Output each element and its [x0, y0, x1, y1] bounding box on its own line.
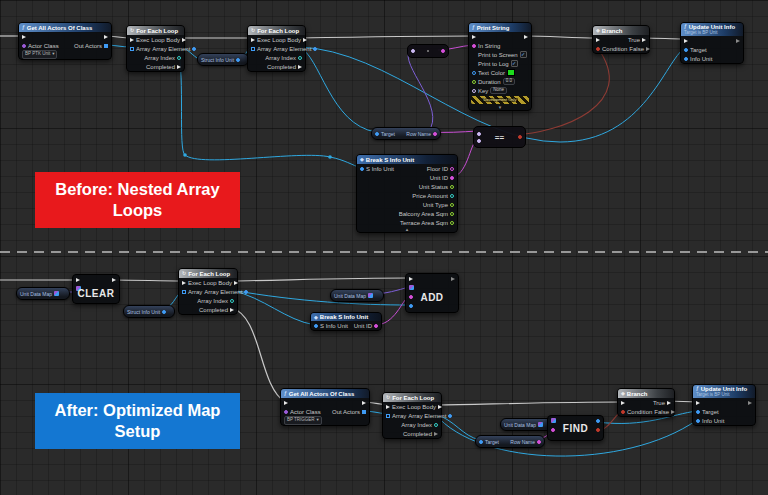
exec-in-pin[interactable] — [696, 401, 700, 405]
struct-out-pin[interactable] — [236, 58, 240, 62]
node-branch-2[interactable]: ◆Branch True ConditionFalse — [617, 388, 675, 417]
exec-in-pin[interactable] — [409, 277, 413, 281]
node-for-each-loop-1[interactable]: ↻For Each Loop ExecLoop Body ArrayArray … — [126, 25, 185, 72]
exec-out-pin[interactable] — [112, 278, 116, 282]
out-actors-pin[interactable] — [104, 44, 108, 48]
unit-status-pin[interactable] — [450, 185, 454, 189]
array-index-pin[interactable] — [434, 423, 438, 427]
node-branch-1[interactable]: ◆Branch True ConditionFalse — [592, 25, 650, 54]
capsule-unit-data-map-2[interactable]: Unit Data Map — [330, 289, 384, 302]
equals-result-pin[interactable] — [518, 135, 522, 139]
target-pin[interactable] — [696, 410, 700, 414]
false-pin[interactable] — [646, 47, 650, 51]
info-unit-pin[interactable] — [696, 419, 700, 423]
node-print-string[interactable]: ƒPrint String In String Print to Screen✓… — [468, 22, 532, 111]
row-name-pin[interactable] — [537, 440, 541, 444]
node-map-clear[interactable]: CLEAR — [72, 274, 120, 304]
node-for-each-loop-2[interactable]: ↻For Each Loop ExecLoop Body ArrayArray … — [247, 25, 306, 72]
array-pin[interactable] — [130, 47, 134, 51]
completed-pin[interactable] — [434, 432, 438, 436]
duration-field[interactable]: 0.0 — [503, 78, 515, 85]
array-element-pin[interactable] — [192, 47, 196, 51]
exec-out-pin[interactable] — [736, 39, 740, 43]
actor-class-pin[interactable] — [22, 44, 26, 48]
node-for-each-loop-3[interactable]: ↻For Each Loop ExecLoop Body ArrayArray … — [178, 268, 238, 315]
array-element-pin[interactable] — [313, 47, 317, 51]
completed-pin[interactable] — [298, 65, 302, 69]
true-pin[interactable] — [667, 401, 671, 405]
conv-out-pin[interactable] — [441, 49, 445, 53]
found-pin[interactable] — [596, 428, 600, 432]
key-pin[interactable] — [472, 89, 476, 93]
capsule-target-row-name-1[interactable]: Target Row Name — [371, 127, 441, 140]
s-info-unit-pin[interactable] — [314, 324, 318, 328]
completed-pin[interactable] — [177, 65, 181, 69]
node-for-each-loop-4[interactable]: ↻For Each Loop ExecLoop Body ArrayArray … — [382, 392, 442, 439]
node-get-all-actors-1[interactable]: ƒGet All Actors Of Class Actor Class Out… — [18, 22, 112, 60]
condition-pin[interactable] — [596, 47, 600, 51]
actor-class-pin[interactable] — [284, 410, 288, 414]
s-info-unit-pin[interactable] — [360, 167, 364, 171]
true-pin[interactable] — [642, 38, 646, 42]
array-pin[interactable] — [251, 47, 255, 51]
node-equals[interactable]: == — [473, 126, 526, 148]
target-map-pin[interactable] — [409, 285, 414, 290]
duration-pin[interactable] — [472, 80, 476, 84]
info-unit-pin[interactable] — [684, 57, 688, 61]
node-map-find[interactable]: FIND — [547, 415, 604, 441]
balcony-area-pin[interactable] — [450, 212, 454, 216]
node-to-string-conversion[interactable] — [407, 44, 449, 58]
target-pin[interactable] — [479, 440, 483, 444]
value-pin[interactable] — [409, 304, 413, 308]
target-pin[interactable] — [375, 132, 379, 136]
price-amount-pin[interactable] — [450, 194, 454, 198]
array-pin[interactable] — [386, 414, 390, 418]
exec-out-pin[interactable] — [524, 35, 528, 39]
capsule-unit-data-map-1[interactable]: Unit Data Map — [16, 287, 70, 300]
actor-class-dropdown[interactable]: BP PTK Unit▾ — [22, 50, 57, 59]
capsule-struct-info-unit-2[interactable]: Struct Info Unit — [123, 305, 175, 318]
exec-pin[interactable] — [251, 38, 255, 42]
exec-out-pin[interactable] — [451, 277, 455, 281]
exec-pin[interactable] — [182, 281, 186, 285]
array-index-pin[interactable] — [177, 56, 181, 60]
map-out-pin[interactable] — [538, 422, 543, 427]
target-map-pin[interactable] — [76, 286, 81, 291]
print-to-screen-checkbox[interactable]: ✓ — [520, 51, 527, 58]
exec-out-pin[interactable] — [104, 35, 108, 39]
node-break-info-unit-1[interactable]: ◆Break S Info Unit S Info UnitFloor ID U… — [356, 154, 458, 233]
array-element-pin[interactable] — [244, 290, 248, 294]
capsule-target-row-name-2[interactable]: Target Row Name — [475, 435, 545, 448]
exec-pin[interactable] — [130, 38, 134, 42]
exec-pin[interactable] — [386, 405, 390, 409]
map-out-pin[interactable] — [368, 293, 373, 298]
exec-in-pin[interactable] — [621, 401, 625, 405]
node-map-add[interactable]: ADD — [405, 273, 459, 313]
map-out-pin[interactable] — [54, 291, 59, 296]
key-pin[interactable] — [409, 295, 413, 299]
node-update-unit-info-2[interactable]: ƒUpdate Unit InfoTarget is BP Unit Targe… — [692, 384, 756, 426]
target-pin[interactable] — [684, 48, 688, 52]
target-map-pin[interactable] — [551, 418, 556, 423]
equals-input-b-pin[interactable] — [477, 139, 481, 143]
loop-body-pin[interactable] — [182, 38, 186, 42]
exec-in-pin[interactable] — [284, 401, 288, 405]
in-string-pin[interactable] — [472, 44, 476, 48]
condition-pin[interactable] — [621, 410, 625, 414]
node-break-info-unit-2[interactable]: ◆Break S Info Unit S Info UnitUnit ID — [310, 312, 382, 331]
completed-pin[interactable] — [230, 308, 234, 312]
false-pin[interactable] — [671, 410, 675, 414]
out-actors-pin[interactable] — [362, 410, 366, 414]
array-index-pin[interactable] — [230, 299, 234, 303]
unit-id-pin[interactable] — [450, 176, 454, 180]
key-field[interactable]: None — [490, 87, 507, 94]
node-update-unit-info-1[interactable]: ƒUpdate Unit InfoTarget is BP Unit Targe… — [680, 22, 744, 64]
capsule-unit-data-map-3[interactable]: Unit Data Map — [500, 418, 554, 431]
text-color-swatch[interactable] — [507, 69, 515, 76]
array-pin[interactable] — [182, 290, 186, 294]
key-pin[interactable] — [551, 428, 555, 432]
array-element-pin[interactable] — [448, 414, 452, 418]
advanced-toggle[interactable]: ▾ — [469, 105, 531, 110]
value-out-pin[interactable] — [596, 419, 600, 423]
terrace-area-pin[interactable] — [450, 221, 454, 225]
